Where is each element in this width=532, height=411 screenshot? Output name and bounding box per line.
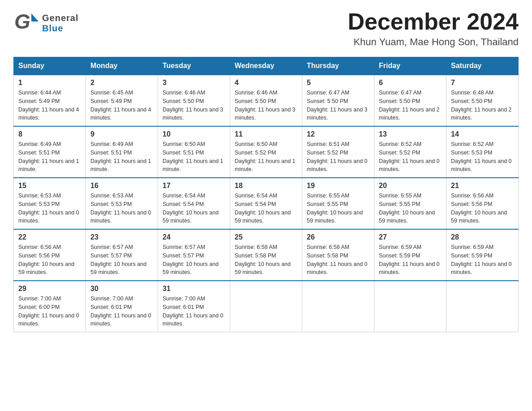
col-monday: Monday xyxy=(86,57,158,75)
logo: G General Blue xyxy=(13,9,78,38)
table-row: 19 Sunrise: 6:55 AMSunset: 5:55 PMDaylig… xyxy=(302,178,374,229)
table-row: 26 Sunrise: 6:58 AMSunset: 5:58 PMDaylig… xyxy=(302,229,374,281)
day-info: Sunrise: 6:55 AMSunset: 5:55 PMDaylight:… xyxy=(379,193,435,224)
day-number: 29 xyxy=(18,285,81,293)
day-info: Sunrise: 6:58 AMSunset: 5:58 PMDaylight:… xyxy=(307,244,368,275)
table-row: 25 Sunrise: 6:58 AMSunset: 5:58 PMDaylig… xyxy=(230,229,302,281)
month-title: December 2024 xyxy=(348,9,519,34)
table-row: 10 Sunrise: 6:50 AMSunset: 5:51 PMDaylig… xyxy=(158,126,230,178)
day-number: 5 xyxy=(307,79,369,87)
day-info: Sunrise: 6:50 AMSunset: 5:51 PMDaylight:… xyxy=(163,141,223,172)
logo-general-text: General xyxy=(42,13,78,23)
day-number: 15 xyxy=(18,182,81,190)
day-number: 4 xyxy=(235,79,297,87)
day-number: 30 xyxy=(90,285,153,293)
col-wednesday: Wednesday xyxy=(230,57,302,75)
table-row: 16 Sunrise: 6:53 AMSunset: 5:53 PMDaylig… xyxy=(86,178,158,229)
table-row: 6 Sunrise: 6:47 AMSunset: 5:50 PMDayligh… xyxy=(374,75,446,126)
day-info: Sunrise: 6:57 AMSunset: 5:57 PMDaylight:… xyxy=(90,244,146,275)
table-row: 8 Sunrise: 6:49 AMSunset: 5:51 PMDayligh… xyxy=(14,126,86,178)
day-number: 18 xyxy=(235,182,297,190)
day-number: 20 xyxy=(379,182,442,190)
day-info: Sunrise: 7:00 AMSunset: 6:00 PMDaylight:… xyxy=(18,295,79,327)
day-number: 6 xyxy=(379,79,442,87)
table-row: 7 Sunrise: 6:48 AMSunset: 5:50 PMDayligh… xyxy=(446,75,519,126)
table-row: 17 Sunrise: 6:54 AMSunset: 5:54 PMDaylig… xyxy=(158,178,230,229)
day-info: Sunrise: 6:49 AMSunset: 5:51 PMDaylight:… xyxy=(90,141,151,172)
col-sunday: Sunday xyxy=(14,57,86,75)
logo-icon: G xyxy=(13,9,40,36)
calendar-week-row: 29 Sunrise: 7:00 AMSunset: 6:00 PMDaylig… xyxy=(14,281,519,332)
table-row: 5 Sunrise: 6:47 AMSunset: 5:50 PMDayligh… xyxy=(302,75,374,126)
day-number: 31 xyxy=(163,285,225,293)
day-number: 1 xyxy=(18,79,81,87)
logo-text: General Blue xyxy=(42,13,78,34)
table-row: 31 Sunrise: 7:00 AMSunset: 6:01 PMDaylig… xyxy=(158,281,230,332)
day-number: 8 xyxy=(18,130,81,138)
logo-blue-text: Blue xyxy=(42,23,78,34)
table-row: 11 Sunrise: 6:50 AMSunset: 5:52 PMDaylig… xyxy=(230,126,302,178)
day-info: Sunrise: 6:47 AMSunset: 5:50 PMDaylight:… xyxy=(307,90,368,121)
table-row xyxy=(374,281,446,332)
day-info: Sunrise: 6:44 AMSunset: 5:49 PMDaylight:… xyxy=(18,90,79,121)
day-info: Sunrise: 6:49 AMSunset: 5:51 PMDaylight:… xyxy=(18,141,79,172)
day-info: Sunrise: 6:56 AMSunset: 5:56 PMDaylight:… xyxy=(451,193,507,224)
day-info: Sunrise: 6:59 AMSunset: 5:59 PMDaylight:… xyxy=(379,244,440,275)
table-row: 4 Sunrise: 6:46 AMSunset: 5:50 PMDayligh… xyxy=(230,75,302,126)
table-row: 22 Sunrise: 6:56 AMSunset: 5:56 PMDaylig… xyxy=(14,229,86,281)
table-row: 12 Sunrise: 6:51 AMSunset: 5:52 PMDaylig… xyxy=(302,126,374,178)
table-row: 20 Sunrise: 6:55 AMSunset: 5:55 PMDaylig… xyxy=(374,178,446,229)
table-row xyxy=(302,281,374,332)
day-number: 14 xyxy=(451,130,514,138)
day-info: Sunrise: 6:53 AMSunset: 5:53 PMDaylight:… xyxy=(18,193,79,224)
day-number: 3 xyxy=(163,79,225,87)
table-row: 9 Sunrise: 6:49 AMSunset: 5:51 PMDayligh… xyxy=(86,126,158,178)
day-number: 23 xyxy=(90,233,153,241)
table-row xyxy=(230,281,302,332)
day-info: Sunrise: 7:00 AMSunset: 6:01 PMDaylight:… xyxy=(90,295,151,327)
day-info: Sunrise: 6:53 AMSunset: 5:53 PMDaylight:… xyxy=(90,193,151,224)
day-info: Sunrise: 6:47 AMSunset: 5:50 PMDaylight:… xyxy=(379,90,440,121)
day-info: Sunrise: 6:46 AMSunset: 5:50 PMDaylight:… xyxy=(163,90,223,121)
svg-text:G: G xyxy=(14,10,30,33)
day-info: Sunrise: 6:59 AMSunset: 5:59 PMDaylight:… xyxy=(451,244,512,275)
calendar-header-row: Sunday Monday Tuesday Wednesday Thursday… xyxy=(14,57,519,75)
table-row: 2 Sunrise: 6:45 AMSunset: 5:49 PMDayligh… xyxy=(86,75,158,126)
day-number: 16 xyxy=(90,182,153,190)
location-title: Khun Yuam, Mae Hong Son, Thailand xyxy=(348,36,519,48)
day-number: 21 xyxy=(451,182,514,190)
table-row: 29 Sunrise: 7:00 AMSunset: 6:00 PMDaylig… xyxy=(14,281,86,332)
table-row: 14 Sunrise: 6:52 AMSunset: 5:53 PMDaylig… xyxy=(446,126,519,178)
table-row: 1 Sunrise: 6:44 AMSunset: 5:49 PMDayligh… xyxy=(14,75,86,126)
calendar-week-row: 22 Sunrise: 6:56 AMSunset: 5:56 PMDaylig… xyxy=(14,229,519,281)
table-row: 15 Sunrise: 6:53 AMSunset: 5:53 PMDaylig… xyxy=(14,178,86,229)
day-info: Sunrise: 6:45 AMSunset: 5:49 PMDaylight:… xyxy=(90,90,151,121)
day-info: Sunrise: 6:46 AMSunset: 5:50 PMDaylight:… xyxy=(235,90,296,121)
table-row: 30 Sunrise: 7:00 AMSunset: 6:01 PMDaylig… xyxy=(86,281,158,332)
table-row: 3 Sunrise: 6:46 AMSunset: 5:50 PMDayligh… xyxy=(158,75,230,126)
day-info: Sunrise: 6:57 AMSunset: 5:57 PMDaylight:… xyxy=(163,244,219,275)
table-row: 13 Sunrise: 6:52 AMSunset: 5:52 PMDaylig… xyxy=(374,126,446,178)
table-row: 28 Sunrise: 6:59 AMSunset: 5:59 PMDaylig… xyxy=(446,229,519,281)
day-number: 9 xyxy=(90,130,153,138)
day-info: Sunrise: 6:56 AMSunset: 5:56 PMDaylight:… xyxy=(18,244,74,275)
day-number: 10 xyxy=(163,130,225,138)
col-tuesday: Tuesday xyxy=(158,57,230,75)
day-info: Sunrise: 6:52 AMSunset: 5:53 PMDaylight:… xyxy=(451,141,512,172)
day-number: 22 xyxy=(18,233,81,241)
day-number: 13 xyxy=(379,130,442,138)
col-friday: Friday xyxy=(374,57,446,75)
day-number: 2 xyxy=(90,79,153,87)
day-number: 12 xyxy=(307,130,369,138)
page-header: G General Blue December 2024 Khun Yuam, … xyxy=(13,9,519,48)
calendar-table: Sunday Monday Tuesday Wednesday Thursday… xyxy=(13,57,519,332)
table-row: 18 Sunrise: 6:54 AMSunset: 5:54 PMDaylig… xyxy=(230,178,302,229)
day-number: 26 xyxy=(307,233,369,241)
day-info: Sunrise: 6:51 AMSunset: 5:52 PMDaylight:… xyxy=(307,141,368,172)
day-number: 7 xyxy=(451,79,514,87)
day-info: Sunrise: 6:55 AMSunset: 5:55 PMDaylight:… xyxy=(307,193,363,224)
day-number: 25 xyxy=(235,233,297,241)
day-info: Sunrise: 7:00 AMSunset: 6:01 PMDaylight:… xyxy=(163,295,223,327)
calendar-week-row: 1 Sunrise: 6:44 AMSunset: 5:49 PMDayligh… xyxy=(14,75,519,126)
svg-marker-1 xyxy=(31,13,39,21)
